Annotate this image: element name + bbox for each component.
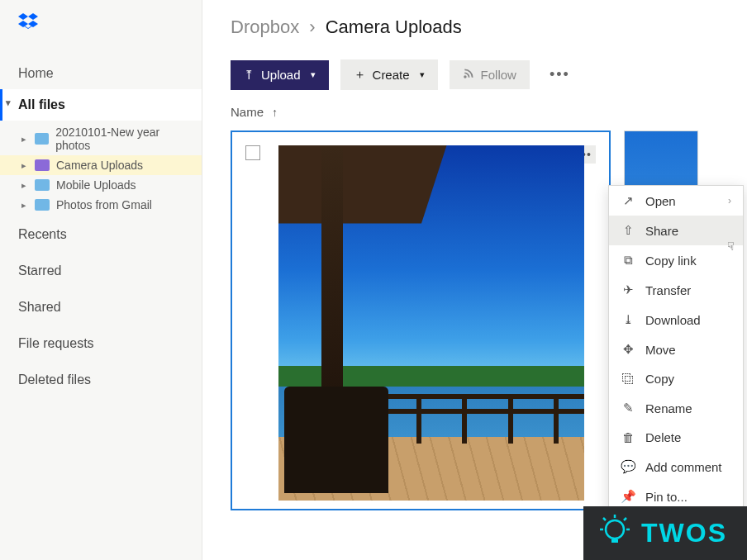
comment-icon: 💬 — [621, 459, 635, 474]
chevron-right-icon: › — [728, 195, 731, 206]
chevron-right-icon: ▸ — [20, 134, 28, 145]
toolbar: ⤒ Upload ▾ ＋ Create ▾ Follow ••• — [231, 59, 747, 90]
pencil-icon: ✎ — [621, 401, 635, 415]
download-icon: ⤓ — [621, 312, 635, 327]
chevron-down-icon: ▾ — [420, 69, 425, 80]
ctx-delete-label: Delete — [645, 430, 681, 444]
upload-label: Upload — [261, 68, 301, 82]
folder-row[interactable]: ▸ Camera Uploads — [0, 155, 202, 175]
folder-list: ▸ 20210101-New year photos ▸ Camera Uplo… — [0, 121, 202, 216]
ctx-move[interactable]: ✥ Move — [609, 335, 743, 364]
column-header-name[interactable]: Name ↑ — [231, 105, 747, 119]
ctx-rename[interactable]: ✎ Rename — [609, 393, 743, 423]
follow-label: Follow — [481, 68, 516, 82]
create-label: Create — [373, 68, 410, 82]
folder-label: Camera Uploads — [56, 159, 143, 172]
chevron-down-icon: ▾ — [311, 69, 316, 80]
file-tile[interactable]: ••• — [231, 131, 611, 510]
chevron-right-icon: › — [309, 17, 315, 37]
paper-plane-icon: ✈ — [621, 282, 635, 297]
plus-icon: ＋ — [354, 67, 366, 83]
lightbulb-icon — [595, 513, 635, 553]
folder-icon — [35, 159, 50, 171]
nav-all-files-label: All files — [18, 97, 65, 112]
nav-recents[interactable]: Recents — [0, 216, 202, 253]
folder-icon — [35, 179, 50, 191]
move-icon: ✥ — [621, 342, 635, 357]
create-button[interactable]: ＋ Create ▾ — [340, 59, 438, 90]
ctx-download-label: Download — [645, 313, 701, 327]
cursor-icon: ☟ — [727, 240, 735, 253]
link-icon: ⧉ — [621, 253, 635, 268]
ctx-rename-label: Rename — [645, 401, 692, 415]
ctx-open[interactable]: ↗ Open › — [609, 186, 743, 216]
folder-row[interactable]: ▸ Mobile Uploads — [0, 175, 202, 195]
upload-button[interactable]: ⤒ Upload ▾ — [231, 60, 329, 90]
watermark-text: TWOS — [641, 518, 727, 548]
breadcrumb-current: Camera Uploads — [326, 17, 462, 37]
folder-label: 20210101-New year photos — [55, 126, 193, 152]
nav-all-files[interactable]: ▾ All files — [0, 89, 202, 121]
ctx-download[interactable]: ⤓ Download — [609, 305, 743, 335]
ctx-share[interactable]: ⇧ Share — [609, 216, 743, 245]
ctx-pin-label: Pin to... — [645, 490, 688, 504]
more-options-button[interactable]: ••• — [541, 61, 578, 88]
nav-starred[interactable]: Starred — [0, 253, 202, 289]
copy-icon: ⿻ — [621, 372, 635, 386]
folder-label: Photos from Gmail — [56, 198, 152, 211]
ctx-add-comment[interactable]: 💬 Add comment — [609, 452, 743, 482]
sidebar: Home ▾ All files ▸ 20210101-New year pho… — [0, 0, 202, 560]
folder-icon — [35, 133, 49, 145]
nav-deleted-files[interactable]: Deleted files — [0, 362, 202, 398]
file-checkbox[interactable] — [245, 145, 260, 160]
ctx-share-label: Share — [645, 224, 678, 238]
ctx-move-label: Move — [645, 343, 676, 357]
column-name-label: Name — [231, 105, 264, 119]
file-thumbnail — [278, 145, 584, 501]
ctx-copy-label: Copy — [645, 372, 674, 386]
trash-icon: 🗑 — [621, 430, 635, 444]
ctx-transfer[interactable]: ✈ Transfer — [609, 275, 743, 305]
dropbox-logo — [18, 12, 202, 35]
upload-icon: ⤒ — [244, 68, 255, 83]
rss-icon — [463, 68, 474, 82]
sort-ascending-icon: ↑ — [272, 106, 278, 119]
ctx-open-label: Open — [645, 194, 676, 208]
breadcrumb: Dropbox › Camera Uploads — [231, 17, 747, 38]
folder-row[interactable]: ▸ 20210101-New year photos — [0, 122, 202, 155]
folder-row[interactable]: ▸ Photos from Gmail — [0, 195, 202, 215]
svg-point-0 — [464, 76, 466, 78]
svg-point-1 — [606, 520, 624, 539]
context-menu: ↗ Open › ⇧ Share ⧉ Copy link ✈ Transfer … — [608, 185, 744, 512]
open-icon: ↗ — [621, 193, 635, 208]
folder-label: Mobile Uploads — [56, 178, 136, 192]
nav-shared[interactable]: Shared — [0, 289, 202, 325]
ctx-add-comment-label: Add comment — [645, 460, 722, 474]
nav-file-requests[interactable]: File requests — [0, 325, 202, 362]
chevron-right-icon: ▸ — [20, 180, 28, 191]
breadcrumb-root[interactable]: Dropbox — [231, 17, 299, 37]
chevron-right-icon: ▸ — [20, 200, 28, 211]
follow-button[interactable]: Follow — [450, 60, 530, 89]
share-icon: ⇧ — [621, 223, 635, 238]
ctx-copy-link[interactable]: ⧉ Copy link — [609, 245, 743, 275]
pin-icon: 📌 — [621, 489, 635, 504]
ctx-copy-link-label: Copy link — [645, 254, 697, 268]
ctx-transfer-label: Transfer — [645, 283, 691, 297]
chevron-down-icon: ▾ — [6, 97, 11, 108]
ctx-delete[interactable]: 🗑 Delete — [609, 423, 743, 452]
nav-home[interactable]: Home — [0, 58, 202, 89]
chevron-right-icon: ▸ — [20, 160, 28, 171]
watermark: TWOS — [583, 506, 747, 560]
folder-icon — [35, 199, 50, 211]
ctx-copy[interactable]: ⿻ Copy — [609, 364, 743, 393]
